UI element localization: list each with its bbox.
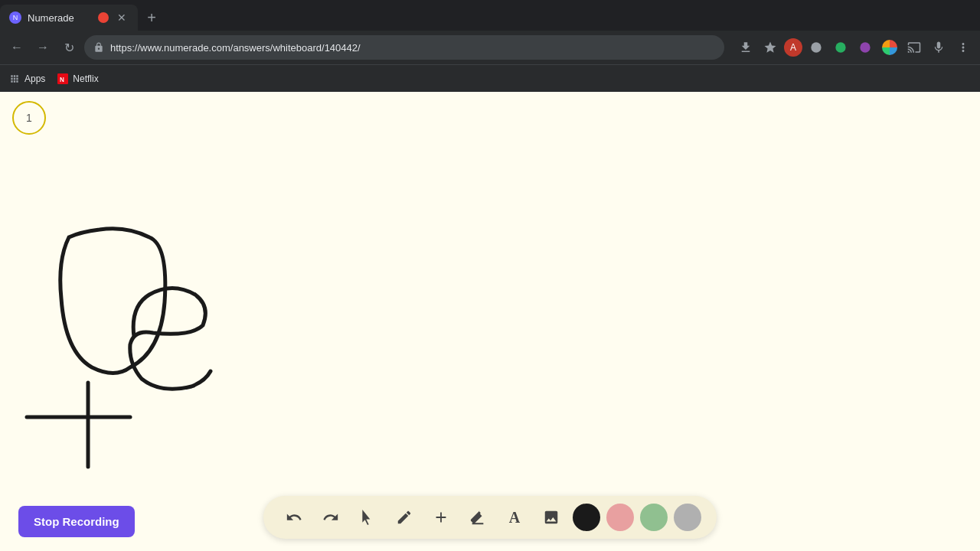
- extension-icon-4[interactable]: [879, 37, 900, 58]
- forward-button[interactable]: →: [32, 37, 54, 58]
- color-pink-swatch[interactable]: [606, 504, 634, 531]
- color-green-swatch[interactable]: [640, 504, 668, 531]
- image-tool-button[interactable]: [536, 502, 567, 533]
- mic-icon[interactable]: [928, 37, 949, 58]
- more-icon[interactable]: [952, 37, 974, 58]
- stop-recording-label: Stop Recording: [34, 515, 119, 528]
- add-tool-button[interactable]: [426, 502, 456, 533]
- cast-icon[interactable]: [903, 37, 925, 58]
- browser-tab-numerade[interactable]: N Numerade ✕: [0, 5, 138, 31]
- nav-bar: ← → ↻ https://www.numerade.com/answers/w…: [0, 31, 980, 64]
- select-tool-button[interactable]: [352, 502, 383, 533]
- eraser-tool-button[interactable]: [462, 502, 493, 533]
- canvas-drawing: [0, 92, 980, 551]
- bookmark-netflix[interactable]: N Netflix: [57, 73, 98, 84]
- back-button[interactable]: ←: [6, 37, 28, 58]
- undo-button[interactable]: [279, 502, 309, 533]
- url-text: https://www.numerade.com/answers/whitebo…: [110, 42, 715, 54]
- reload-button[interactable]: ↻: [58, 37, 80, 58]
- svg-point-2: [860, 42, 870, 52]
- redo-button[interactable]: [315, 502, 346, 533]
- extension-icon-1[interactable]: [805, 37, 827, 58]
- new-tab-button[interactable]: +: [141, 7, 162, 28]
- extension-icon-3[interactable]: [854, 37, 876, 58]
- bookmark-apps[interactable]: Apps: [9, 73, 45, 84]
- tab-title: Numerade: [28, 12, 92, 24]
- tab-close-button[interactable]: ✕: [115, 11, 129, 24]
- bookmark-star-icon[interactable]: [760, 37, 781, 58]
- lock-icon: [93, 42, 104, 53]
- text-tool-button[interactable]: A: [499, 502, 530, 533]
- tab-favicon: N: [9, 11, 21, 24]
- browser-chrome: N Numerade ✕ + ← → ↻ https://www.numerad…: [0, 0, 980, 92]
- whiteboard[interactable]: 1 Stop Recording: [0, 92, 980, 551]
- color-gray-swatch[interactable]: [674, 504, 701, 531]
- drawing-toolbar: A: [263, 496, 717, 539]
- bookmarks-bar: Apps N Netflix: [0, 64, 980, 92]
- tab-recording-indicator: [98, 12, 109, 23]
- stop-recording-button[interactable]: Stop Recording: [18, 506, 135, 537]
- tab-bar: N Numerade ✕ +: [0, 0, 980, 31]
- color-black-swatch[interactable]: [573, 504, 600, 531]
- browser-toolbar-icons: A: [735, 37, 974, 58]
- profile-icon[interactable]: A: [784, 38, 802, 57]
- svg-text:N: N: [60, 76, 64, 83]
- bookmark-netflix-label: Netflix: [73, 73, 98, 84]
- svg-point-1: [835, 42, 845, 52]
- bookmark-apps-label: Apps: [24, 73, 45, 84]
- address-bar[interactable]: https://www.numerade.com/answers/whitebo…: [84, 35, 724, 60]
- extension-icon-2[interactable]: [830, 37, 851, 58]
- downloads-icon[interactable]: [735, 37, 756, 58]
- svg-point-0: [811, 42, 821, 52]
- pencil-tool-button[interactable]: [389, 502, 420, 533]
